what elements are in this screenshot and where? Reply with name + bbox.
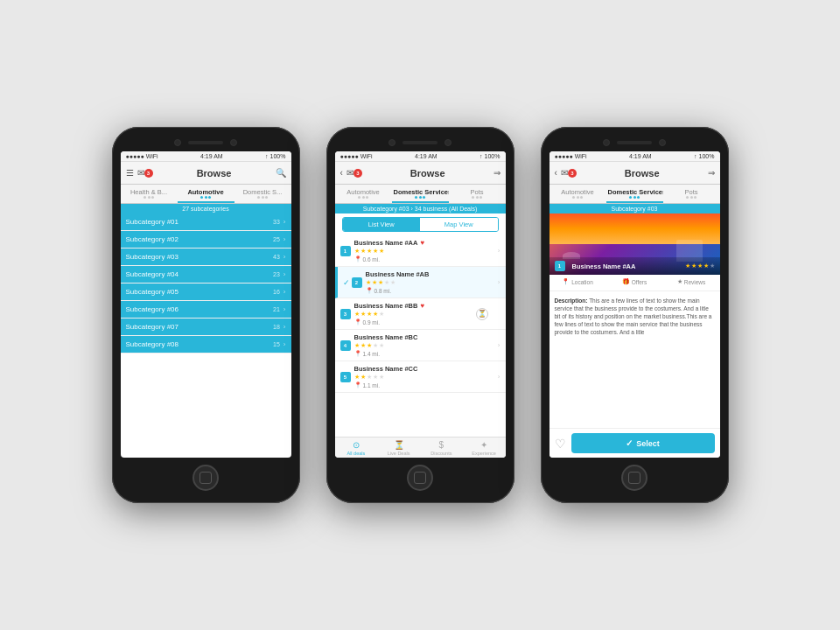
status-time-2: 4:19 AM — [415, 153, 438, 159]
list-item-1-3[interactable]: Subcategory #03 43 › — [121, 248, 291, 266]
home-button-inner-1 — [200, 472, 212, 484]
menu-icon-1[interactable]: ☰ — [126, 168, 134, 178]
list-item-1-5[interactable]: Subcategory #05 16 › — [121, 284, 291, 301]
status-wifi-1: WiFi — [146, 153, 158, 159]
stars-2: ★★★★★ — [366, 279, 498, 286]
reviews-icon: ★ — [677, 278, 682, 285]
chevron-1-4: › — [284, 270, 286, 278]
home-button-inner-2 — [414, 472, 426, 484]
search-icon-1[interactable]: 🔍 — [276, 168, 286, 178]
camera-1 — [174, 139, 181, 146]
tab-auto-3[interactable]: Automotive — [550, 185, 606, 203]
list-item-1-7[interactable]: Subcategory #07 18 › — [121, 318, 291, 336]
detail-stars: ★ ★ ★ ★ ★ — [685, 262, 715, 270]
tab-row-1: Health & B... Automotive Domestic S... — [121, 185, 291, 204]
select-label: Select — [636, 439, 660, 448]
detail-image-3: 1 Business Name #AA ★ ★ ★ ★ ★ — [550, 214, 720, 275]
heart-button-3[interactable]: ♡ — [555, 437, 566, 451]
map-view-btn[interactable]: Map View — [420, 218, 498, 231]
status-time-1: 4:19 AM — [200, 153, 223, 159]
detail-tab-location[interactable]: 📍 Location — [550, 275, 606, 290]
list-item-1-1[interactable]: Subcategory #01 33 › — [121, 214, 291, 231]
list-item-1-2[interactable]: Subcategory #02 25 › — [121, 231, 291, 248]
detail-tab-reviews[interactable]: ★ Reviews — [663, 275, 720, 290]
phone-3: ●●●●● WiFi 4:19 AM ↑ 100% ‹ ✉ 3 Browse ⇒… — [541, 127, 729, 503]
heart-icon-3: ♥ — [420, 302, 424, 310]
bottom-tab-discounts[interactable]: $ Discounts — [420, 440, 463, 456]
alldeals-icon: ⊙ — [353, 440, 360, 450]
share-icon-2[interactable]: ⇒ — [494, 168, 500, 178]
mail-wrap-1[interactable]: ✉ 3 — [137, 168, 153, 178]
phone-3-bottom — [550, 458, 720, 494]
nav-bar-3: ‹ ✉ 3 Browse ⇒ — [550, 162, 720, 185]
share-icon-3[interactable]: ⇒ — [708, 168, 715, 178]
detail-tab-offers[interactable]: 🎁 Offers — [606, 275, 663, 290]
home-button-inner-3 — [628, 472, 640, 484]
chevron-1-6: › — [284, 305, 286, 313]
business-item-5[interactable]: 5 Business Name #CC ★★★★★ 📍1.1 mi. › — [335, 361, 506, 393]
tab-row-2: Automotive Domestic Services Pots — [335, 185, 506, 204]
tab-pots-3[interactable]: Pots — [663, 185, 720, 203]
phone-2: ●●●●● WiFi 4:19 AM ↑ 100% ‹ ✉ 3 Browse ⇒… — [326, 127, 514, 503]
tab-health-1[interactable]: Health & B... — [121, 185, 178, 203]
phone-2-bottom — [335, 458, 506, 494]
phone-3-top — [550, 136, 720, 151]
discounts-icon: $ — [439, 440, 444, 450]
chevron-biz-4: › — [498, 341, 500, 349]
list-view-btn[interactable]: List View — [343, 218, 421, 231]
home-button-1[interactable] — [192, 465, 219, 491]
mail-badge-2: 3 — [354, 169, 362, 178]
bottom-tab-livedeals[interactable]: ⏳ Live Deals — [377, 440, 420, 456]
mail-badge-1: 3 — [144, 169, 153, 178]
camera-1b — [230, 139, 237, 146]
back-icon-2[interactable]: ‹ — [340, 168, 343, 178]
status-dots-1: ●●●●● — [126, 153, 144, 159]
bottom-tab-alldeals[interactable]: ⊙ All deals — [335, 440, 378, 456]
business-item-2[interactable]: ✓ 2 Business Name #AB ★★★★★ 📍0.8 mi. › — [335, 267, 506, 298]
business-item-1[interactable]: 1 Business Name #AA ♥ ★★★★★ 📍0.6 mi. › — [335, 235, 506, 267]
phone-1-bottom — [121, 458, 291, 494]
chevron-1-5: › — [284, 288, 286, 296]
back-icon-3[interactable]: ‹ — [555, 168, 557, 178]
bottom-tab-experience[interactable]: ✦ Experience — [463, 440, 506, 456]
tab-pots-2[interactable]: Pots — [449, 185, 506, 203]
mail-icon-2: ✉ — [346, 168, 354, 178]
status-bar-3: ●●●●● WiFi 4:19 AM ↑ 100% — [550, 151, 720, 162]
status-arrow-1: ↑ — [265, 153, 269, 159]
pin-icon-5: 📍 — [354, 382, 361, 388]
home-button-2[interactable] — [407, 465, 433, 491]
detail-biz-name: Business Name #AA — [572, 262, 682, 270]
mail-wrap-3[interactable]: ✉ 3 — [561, 168, 577, 178]
speaker-2 — [402, 141, 438, 144]
home-button-3[interactable] — [621, 465, 648, 491]
list-item-1-6[interactable]: Subcategory #06 21 › — [121, 301, 291, 318]
list-item-1-4[interactable]: Subcategory #04 23 › — [121, 266, 291, 284]
detail-actions-3: ♡ ✓ Select — [550, 428, 720, 458]
business-item-3[interactable]: 3 Business Name #BB ♥ ★★★★★ 📍0.9 mi. ⏳ — [335, 298, 506, 330]
mail-icon-3: ✉ — [561, 168, 568, 178]
status-right-1: ↑ 100% — [265, 153, 285, 159]
phone-1-screen: ●●●●● WiFi 4:19 AM ↑ 100% ☰ ✉ 3 Browse 🔍… — [121, 151, 291, 458]
tab-row-3: Automotive Domestic Services Pots — [550, 185, 720, 204]
tab-automotive-1[interactable]: Automotive — [178, 185, 234, 203]
pin-icon-3: 📍 — [354, 318, 361, 326]
business-item-4[interactable]: 4 Business Name #BC ★★★★★ 📍1.4 mi. › — [335, 330, 506, 361]
mail-wrap-2[interactable]: ✉ 3 — [346, 168, 362, 178]
tab-domestic-3[interactable]: Domestic Services — [606, 185, 663, 203]
list-item-1-8[interactable]: Subcategory #08 15 › — [121, 336, 291, 354]
offers-icon: 🎁 — [622, 278, 630, 285]
chevron-biz-2: › — [498, 278, 500, 286]
tab-domestic-1[interactable]: Domestic S... — [234, 185, 291, 203]
chevron-1-7: › — [284, 323, 286, 331]
view-toggle-2: List View Map View — [342, 217, 499, 232]
chevron-biz-5: › — [498, 373, 500, 381]
tab-auto-2[interactable]: Automotive — [335, 185, 392, 203]
pin-icon-2: 📍 — [366, 287, 373, 294]
tab-domestic-2[interactable]: Domestic Services — [392, 185, 449, 203]
select-button-3[interactable]: ✓ Select — [571, 433, 715, 453]
camera-2 — [388, 139, 396, 146]
detail-overlay: 1 Business Name #AA ★ ★ ★ ★ ★ — [550, 257, 720, 275]
bottom-tabs-2: ⊙ All deals ⏳ Live Deals $ Discounts ✦ E… — [335, 437, 506, 458]
status-battery-1: 100% — [270, 153, 286, 159]
livedeals-icon: ⏳ — [394, 440, 404, 450]
